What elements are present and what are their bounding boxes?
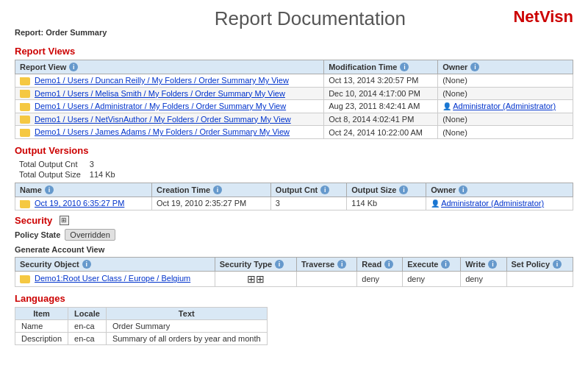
logo-part3: isn — [550, 7, 573, 26]
col-creation-time: Creation Timei — [151, 183, 270, 197]
read-info-icon: i — [384, 260, 393, 269]
security-clipboard-icon[interactable] — [60, 216, 69, 225]
col-security-object: Security Objecti — [15, 257, 215, 271]
output-versions-table: Namei Creation Timei Output Cnti Output … — [15, 183, 573, 210]
col-owner: Owner i — [438, 60, 573, 74]
set-policy-info-icon: i — [553, 260, 562, 269]
report-views-row: Demo1 / Users / Melisa Smith / My Folder… — [15, 87, 573, 100]
report-views-title: Report Views — [15, 46, 573, 57]
policy-state-label: Policy State — [15, 230, 60, 239]
policy-state-value: Overridden — [65, 229, 115, 241]
rv-mod-time: Dec 10, 2014 4:17:00 PM — [324, 87, 438, 100]
lang-locale: en-ca — [68, 319, 107, 332]
rv-mod-time: Oct 24, 2014 10:22:00 AM — [324, 126, 438, 139]
sec-obj-info-icon: i — [82, 260, 91, 269]
col-output-cnt: Output Cnti — [270, 183, 346, 197]
col-modification-time: Modification Time i — [324, 60, 438, 74]
security-table: Security Objecti Security Typei Traverse… — [15, 257, 573, 287]
page-header: Report: Order Summary Report Documentati… — [0, 0, 588, 40]
sec-type-info-icon: i — [275, 260, 284, 269]
execute-info-icon: i — [441, 260, 450, 269]
folder-icon — [20, 90, 30, 98]
col-security-type: Security Typei — [215, 257, 296, 271]
output-versions-row: Oct 19, 2010 6:35:27 PM Oct 19, 2010 2:3… — [15, 197, 573, 210]
languages-table: Item Locale Text Name en-ca Order Summar… — [15, 307, 268, 345]
sec-traverse-cell — [296, 271, 356, 286]
sec-type-cell: ⊞⊞ — [215, 271, 296, 286]
ov-output-cnt: 3 — [270, 197, 346, 210]
rv-owner: (None) — [438, 113, 573, 126]
logo: NetVisn — [513, 7, 573, 26]
security-row: Demo1:Root User Class / Europe / Belgium… — [15, 271, 573, 286]
report-views-row: Demo1 / Users / NetVisnAuthor / My Folde… — [15, 113, 573, 126]
col-locale: Locale — [68, 307, 107, 319]
col-owner-label: Owner — [442, 63, 467, 71]
total-size-label: Total Output Size — [15, 169, 85, 180]
rv-path-cell: Demo1 / Users / Administrator / My Folde… — [15, 100, 324, 113]
lang-text: Order Summary — [106, 319, 267, 332]
page-title: Report Documentation — [107, 7, 513, 30]
lang-item: Name — [15, 319, 68, 332]
logo-accent: V — [539, 7, 550, 26]
col-report-view-label: Report View — [20, 63, 66, 71]
report-views-table: Report View i Modification Time i Owner … — [15, 60, 573, 139]
output-summary: Total Output Cnt 3 Total Output Size 114… — [15, 159, 573, 180]
rv-path-link[interactable]: Demo1 / Users / Duncan Reilly / My Folde… — [35, 76, 289, 85]
output-cnt-info-icon: i — [320, 185, 329, 194]
ov-name-link[interactable]: Oct 19, 2010 6:35:27 PM — [35, 199, 124, 208]
col-output-owner: Owneri — [426, 183, 573, 197]
lang-locale: en-ca — [68, 332, 107, 344]
col-mod-time-label: Modification Time — [329, 63, 397, 71]
languages-header-row: Item Locale Text — [15, 307, 268, 319]
creation-info-icon: i — [213, 185, 222, 194]
languages-row: Name en-ca Order Summary — [15, 319, 268, 332]
sec-write-cell: deny — [461, 271, 506, 286]
mod-time-info-icon: i — [400, 63, 409, 71]
report-views-row: Demo1 / Users / James Adams / My Folders… — [15, 126, 573, 139]
sec-execute-cell: deny — [403, 271, 461, 286]
col-report-view: Report View i — [15, 60, 324, 74]
rv-path-cell: Demo1 / Users / NetVisnAuthor / My Folde… — [15, 113, 324, 126]
traverse-info-icon: i — [337, 260, 346, 269]
rv-path-link[interactable]: Demo1 / Users / James Adams / My Folders… — [35, 127, 290, 136]
policy-row: Policy State Overridden — [15, 229, 573, 241]
col-traverse: Traversei — [296, 257, 356, 271]
total-cnt-value: 3 — [85, 159, 120, 169]
col-name: Namei — [15, 183, 152, 197]
sec-object-link[interactable]: Demo1:Root User Class / Europe / Belgium — [35, 274, 190, 283]
report-view-info-icon: i — [69, 63, 78, 71]
rv-path-link[interactable]: Demo1 / Users / Melisa Smith / My Folder… — [35, 89, 285, 98]
rv-path-cell: Demo1 / Users / James Adams / My Folders… — [15, 126, 324, 139]
ov-owner: 👤Administrator (Administrator) — [426, 197, 573, 210]
owner-info-icon: i — [470, 63, 479, 71]
languages-row: Description en-ca Summary of all orders … — [15, 332, 268, 344]
rv-path-link[interactable]: Demo1 / Users / Administrator / My Folde… — [35, 102, 286, 110]
col-set-policy: Set Policyi — [506, 257, 573, 271]
logo-part1: Net — [513, 7, 539, 26]
rv-owner: 👤Administrator (Administrator) — [438, 100, 573, 113]
rv-path-cell: Demo1 / Users / Duncan Reilly / My Folde… — [15, 74, 324, 88]
person-icon: 👤 — [442, 102, 451, 110]
rv-mod-time: Oct 8, 2014 4:02:41 PM — [324, 113, 438, 126]
rv-owner: (None) — [438, 74, 573, 88]
col-text: Text — [106, 307, 267, 319]
output-versions-header-row: Namei Creation Timei Output Cnti Output … — [15, 183, 573, 197]
ov-creation-time: Oct 19, 2010 2:35:27 PM — [151, 197, 270, 210]
ov-output-size: 114 Kb — [347, 197, 426, 210]
col-output-size: Output Sizei — [347, 183, 426, 197]
sec-type-icon: ⊞⊞ — [247, 273, 265, 285]
folder-icon — [20, 103, 30, 111]
folder-icon — [20, 77, 30, 85]
security-title: Security — [15, 215, 52, 226]
rv-path-link[interactable]: Demo1 / Users / NetVisnAuthor / My Folde… — [35, 115, 291, 124]
report-label: Report: Order Summary — [15, 7, 107, 37]
total-size-value: 114 Kb — [85, 169, 120, 180]
report-views-row: Demo1 / Users / Administrator / My Folde… — [15, 100, 573, 113]
rv-owner: (None) — [438, 126, 573, 139]
output-size-info-icon: i — [399, 185, 408, 194]
sec-object-cell: Demo1:Root User Class / Europe / Belgium — [15, 271, 215, 286]
ov-name: Oct 19, 2010 6:35:27 PM — [15, 197, 152, 210]
report-views-header-row: Report View i Modification Time i Owner … — [15, 60, 573, 74]
col-write: Writei — [461, 257, 506, 271]
col-item: Item — [15, 307, 68, 319]
